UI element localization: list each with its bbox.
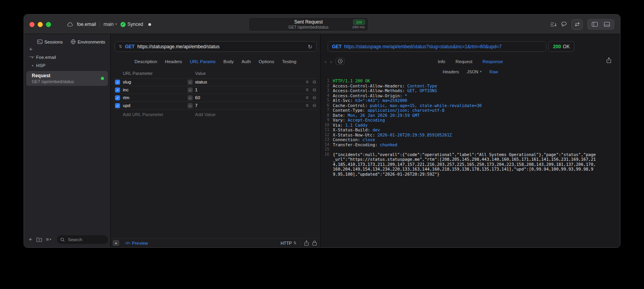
code-icon: </> — [125, 241, 130, 245]
line-number: 2 — [323, 84, 329, 89]
search-box[interactable] — [57, 235, 108, 244]
param-value[interactable]: 60 — [195, 95, 200, 100]
tab-sessions[interactable]: Sessions — [37, 40, 63, 44]
param-row: ✓ upd = 7 ≡ ⊖ — [114, 102, 317, 110]
param-key[interactable]: slug — [123, 80, 131, 84]
value-type-chip[interactable]: = — [188, 87, 193, 93]
remove-row-icon[interactable]: ⊖ — [312, 103, 316, 108]
request-url-input[interactable]: https://statuspage.me/api/embed/status — [137, 44, 305, 49]
remove-row-icon[interactable]: ⊖ — [312, 95, 316, 100]
remove-row-icon[interactable]: ⊖ — [312, 87, 316, 93]
row-menu-icon[interactable]: ≡ — [306, 95, 308, 100]
row-menu-icon[interactable]: ≡ — [306, 80, 308, 85]
param-key[interactable]: upd — [123, 103, 130, 108]
param-checkbox[interactable]: ✓ — [115, 87, 120, 93]
param-key[interactable]: inc — [123, 87, 129, 92]
subtab-headers[interactable]: Headers — [443, 69, 459, 74]
close-window-button[interactable] — [29, 22, 35, 27]
sidebar-group-foe[interactable]: ▸ Foe.email — [32, 55, 56, 60]
header-name: Connection: — [333, 137, 360, 142]
list-arrow-button[interactable] — [550, 22, 556, 27]
preview-button[interactable]: </> Preview — [125, 241, 148, 245]
remove-row-icon[interactable]: ⊖ — [312, 79, 316, 85]
protocol-selector[interactable]: HTTP ⇅ — [281, 241, 297, 245]
add-request-button[interactable]: + — [29, 236, 32, 242]
tab-body[interactable]: Body — [223, 59, 234, 64]
console-toggle-button[interactable]: ▲ — [113, 240, 119, 246]
request-status-display[interactable]: Sent Request GET /api/embed/status 200 2… — [248, 17, 369, 31]
tab-description[interactable]: Description — [135, 59, 157, 64]
param-key[interactable]: rtm — [123, 95, 130, 100]
method-stepper-icon[interactable]: ⇅ — [119, 44, 122, 49]
code-line: 13Connection: close — [323, 137, 598, 142]
search-input[interactable] — [67, 237, 104, 242]
param-value[interactable]: status — [195, 80, 207, 84]
header-name: Vary: — [333, 118, 345, 122]
line-number: 4 — [323, 93, 329, 98]
add-session-button[interactable]: + — [29, 46, 33, 52]
tab-environments[interactable]: Environments — [71, 39, 105, 44]
resend-icon[interactable]: ↻ — [308, 44, 312, 49]
row-menu-icon[interactable]: ≡ — [306, 87, 308, 93]
response-raw-view: 1HTTP/1.1 200 OK 2Access-Control-Allow-H… — [323, 78, 598, 176]
response-tabs: Info Request Response — [321, 59, 620, 64]
tab-url-params[interactable]: URL Params — [190, 59, 215, 64]
terminal-icon — [37, 40, 42, 44]
status-text: OK — [563, 44, 569, 49]
tab-headers[interactable]: Headers — [165, 59, 182, 64]
response-method: GET — [332, 44, 342, 49]
export-response-button[interactable] — [606, 57, 611, 63]
request-pane: ⇅ GET https://statuspage.me/api/embed/st… — [111, 34, 321, 247]
stepper-icon: ⇅ — [294, 241, 297, 245]
minimize-window-button[interactable] — [38, 22, 43, 27]
share-button[interactable] — [304, 240, 309, 246]
sidebar-request-item[interactable]: Request GET /api/embed/status — [26, 71, 108, 86]
sidebar-toggle-button[interactable] — [592, 22, 598, 27]
tab-auth[interactable]: Auth — [241, 59, 251, 64]
line-number: 13 — [323, 137, 329, 142]
value-type-chip[interactable]: = — [188, 95, 193, 100]
sidebar-group-hsp[interactable]: ▾ HSP — [32, 63, 46, 68]
code-line: 12X-Status-Now-Utc: 2026-01-26T20:29:59.… — [323, 133, 598, 138]
protocol-label: HTTP — [281, 241, 292, 245]
value-type-chip[interactable]: = — [188, 103, 193, 108]
param-value[interactable]: 7 — [195, 103, 197, 108]
titlebar: foe.email main ▾ ✓ Synced Sent Request G… — [24, 15, 620, 34]
tab-options[interactable]: Options — [259, 59, 274, 64]
sync-status[interactable]: ✓ Synced — [120, 22, 143, 27]
request-method[interactable]: GET — [125, 44, 135, 49]
tab-info[interactable]: Info — [438, 59, 445, 64]
param-value[interactable]: 1 — [195, 87, 197, 92]
branch-selector[interactable]: main ▾ — [104, 22, 117, 27]
value-type-chip[interactable]: = — [188, 80, 193, 85]
tab-request[interactable]: Request — [456, 59, 473, 64]
subtab-raw[interactable]: Raw — [489, 69, 498, 74]
view-options-button[interactable]: ≡ ▾ — [46, 236, 51, 242]
titlebar-actions — [550, 15, 615, 34]
lasso-button[interactable] — [561, 22, 567, 27]
row-menu-icon[interactable]: ≡ — [306, 103, 308, 108]
request-success-dot-icon — [101, 77, 104, 80]
lock-button[interactable] — [312, 240, 317, 245]
param-checkbox[interactable]: ✓ — [115, 95, 120, 100]
line-number: 3 — [323, 88, 329, 93]
subtab-json[interactable]: JSON ▾ — [467, 69, 482, 74]
param-checkbox[interactable]: ✓ — [115, 80, 120, 85]
status-code: 200 — [553, 44, 561, 49]
add-value-field[interactable]: Add Value — [195, 112, 215, 117]
add-parameter-field[interactable]: Add URL Parameter — [123, 112, 163, 117]
new-folder-button[interactable] — [36, 237, 42, 242]
send-receive-button[interactable] — [571, 19, 583, 30]
tab-testing[interactable]: Testing — [282, 59, 296, 64]
status-badge: 200 — [353, 20, 365, 25]
param-checkbox[interactable]: ✓ — [115, 103, 120, 108]
line-number: 16 — [323, 152, 329, 177]
chevron-right-icon: ▸ — [32, 56, 33, 59]
tab-response[interactable]: Response — [483, 59, 503, 64]
zoom-window-button[interactable] — [46, 22, 51, 27]
line-number: 6 — [323, 103, 329, 108]
header-value: dev — [370, 127, 380, 132]
bottom-panel-toggle-button[interactable] — [604, 22, 610, 27]
branch-name: main — [104, 22, 114, 27]
group-hsp-label: HSP — [36, 63, 46, 68]
